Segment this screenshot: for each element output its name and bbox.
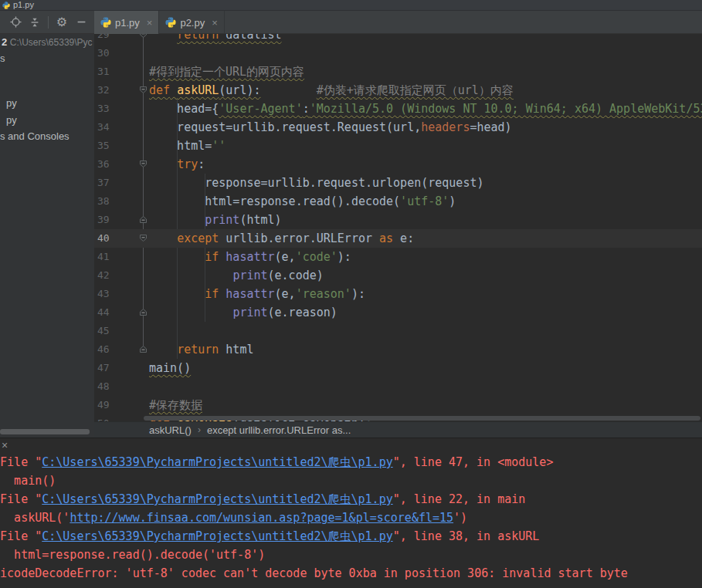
line-number[interactable]: 49 (94, 396, 131, 414)
code-line-35[interactable]: 35 html='' (94, 137, 702, 155)
code-line-38[interactable]: 38 html=response.read().decode('utf-8') (94, 192, 702, 211)
code-line-40[interactable]: 40 except urllib.error.URLError as e: (94, 229, 702, 248)
console-output: File "C:\Users\65339\PycharmProjects\unt… (0, 453, 702, 583)
tab-close-icon[interactable]: × (147, 17, 153, 29)
code-text: html='' (149, 137, 702, 155)
line-number[interactable]: 45 (94, 322, 131, 340)
hide-panel-icon[interactable] (75, 16, 87, 29)
line-number[interactable]: 43 (94, 285, 131, 303)
breadcrumb-item[interactable]: except urllib.error.URLError as... (207, 424, 351, 436)
code-text: print(e.code) (149, 266, 702, 285)
tab-p1-py[interactable]: p1.py× (94, 11, 159, 34)
tab-close-icon[interactable]: × (212, 17, 218, 29)
project-tree-item[interactable]: py (6, 113, 17, 127)
code-line-33[interactable]: 33 head={'User-Agent':'Mozilla/5.0 (Wind… (94, 100, 702, 118)
locate-target-icon[interactable] (9, 16, 22, 29)
line-number[interactable]: 46 (94, 340, 131, 359)
code-line-49[interactable]: 49#保存数据 (94, 396, 702, 414)
python-file-icon (100, 17, 111, 28)
project-tree-item[interactable]: py (6, 96, 17, 110)
line-number[interactable]: 44 (94, 303, 131, 322)
line-number[interactable]: 48 (94, 377, 131, 396)
line-number[interactable]: 50 (94, 414, 131, 421)
settings-gear-icon[interactable]: ⚙ (56, 16, 68, 29)
fold-gutter (131, 377, 149, 396)
code-line-43[interactable]: 43 if hasattr(e,'reason'): (94, 285, 702, 303)
fold-marker-icon[interactable] (131, 303, 149, 322)
collapse-all-icon[interactable] (29, 16, 41, 29)
code-editor[interactable]: 29 return datalist3031#得到指定一个URL的网页内容32d… (94, 34, 702, 421)
project-tree-item[interactable]: s and Consoles (0, 130, 70, 144)
code-text: print(e.reason) (149, 303, 702, 322)
tab-label: p1.py (115, 17, 140, 29)
project-root-name: 2 (2, 36, 7, 48)
console-close-icon[interactable]: × (2, 440, 8, 451)
console-line: html=response.read().decode('utf-8') (0, 546, 702, 564)
console-file-link[interactable]: http://www.finsaa.com/wunsian.asp?page=1… (70, 511, 453, 525)
fold-marker-icon[interactable] (131, 229, 149, 248)
console-error-text: askURL(' (0, 511, 70, 525)
line-number[interactable]: 39 (94, 211, 131, 229)
fold-gutter (131, 266, 149, 285)
line-number[interactable]: 40 (94, 229, 131, 248)
line-number[interactable]: 30 (94, 44, 131, 63)
line-number[interactable]: 31 (94, 63, 131, 81)
code-line-48[interactable]: 48 (94, 377, 702, 396)
code-line-44[interactable]: 44 print(e.reason) (94, 303, 702, 322)
tab-p2-py[interactable]: p2.py× (159, 11, 224, 34)
line-number[interactable]: 42 (94, 266, 131, 285)
project-tree-item[interactable]: s (0, 52, 5, 66)
code-line-47[interactable]: 47main() (94, 359, 702, 377)
line-number[interactable]: 32 (94, 81, 131, 100)
line-number[interactable]: 47 (94, 359, 131, 377)
fold-marker-icon[interactable] (131, 155, 149, 174)
console-line: File "C:\Users\65339\PycharmProjects\unt… (0, 527, 702, 546)
fold-marker-icon[interactable] (131, 81, 149, 100)
run-console[interactable]: × File "C:\Users\65339\PycharmProjects\u… (0, 438, 702, 588)
project-root-item[interactable]: 2 C:\Users\65339\Pyc (2, 35, 93, 49)
code-line-45[interactable]: 45 (94, 322, 702, 340)
code-text: #得到指定一个URL的网页内容 (149, 63, 702, 81)
editor-hscrollbar[interactable] (144, 416, 700, 421)
code-line-29[interactable]: 29 return datalist (94, 34, 702, 44)
editor-lines: 29 return datalist3031#得到指定一个URL的网页内容32d… (94, 34, 702, 421)
breadcrumb: askURL()›except urllib.error.URLError as… (94, 421, 702, 438)
code-line-41[interactable]: 41 if hasattr(e,'code'): (94, 248, 702, 266)
line-number[interactable]: 37 (94, 174, 131, 192)
code-line-42[interactable]: 42 print(e.code) (94, 266, 702, 285)
fold-marker-icon[interactable] (131, 211, 149, 229)
code-text: html=response.read().decode('utf-8') (149, 192, 702, 211)
tab-label: p2.py (180, 17, 205, 29)
fold-marker-icon[interactable] (131, 34, 149, 44)
line-number[interactable]: 36 (94, 155, 131, 174)
console-error-text: html=response.read().decode('utf-8') (0, 548, 265, 562)
code-line-37[interactable]: 37 response=urllib.request.urlopen(reque… (94, 174, 702, 192)
code-line-32[interactable]: 32def askURL(url): #伪装+请求爬取指定网页（url）内容 (94, 81, 702, 100)
code-line-36[interactable]: 36 try: (94, 155, 702, 174)
console-file-link[interactable]: C:\Users\65339\PycharmProjects\untitled2… (42, 455, 392, 469)
project-panel-hscrollbar[interactable] (0, 429, 90, 434)
code-line-34[interactable]: 34 request=urllib.request.Request(url,he… (94, 118, 702, 137)
console-error-text: File " (0, 455, 42, 469)
fold-gutter (131, 396, 149, 414)
fold-marker-icon[interactable] (131, 340, 149, 359)
code-text (149, 44, 702, 63)
line-number[interactable]: 41 (94, 248, 131, 266)
line-number[interactable]: 34 (94, 118, 131, 137)
code-text: try: (149, 155, 702, 174)
code-line-30[interactable]: 30 (94, 44, 702, 63)
code-text: main() (149, 359, 702, 377)
code-line-39[interactable]: 39 print(html) (94, 211, 702, 229)
line-number[interactable]: 35 (94, 137, 131, 155)
breadcrumb-item[interactable]: askURL() (149, 424, 192, 436)
fold-gutter (131, 192, 149, 211)
code-line-31[interactable]: 31#得到指定一个URL的网页内容 (94, 63, 702, 81)
line-number[interactable]: 38 (94, 192, 131, 211)
console-file-link[interactable]: C:\Users\65339\PycharmProjects\untitled2… (42, 529, 392, 543)
console-file-link[interactable]: C:\Users\65339\PycharmProjects\untitled2… (42, 492, 392, 506)
code-text: request=urllib.request.Request(url,heade… (149, 118, 702, 137)
code-text: def askURL(url): #伪装+请求爬取指定网页（url）内容 (149, 81, 702, 100)
line-number[interactable]: 29 (94, 34, 131, 44)
line-number[interactable]: 33 (94, 100, 131, 118)
code-line-46[interactable]: 46 return html (94, 340, 702, 359)
